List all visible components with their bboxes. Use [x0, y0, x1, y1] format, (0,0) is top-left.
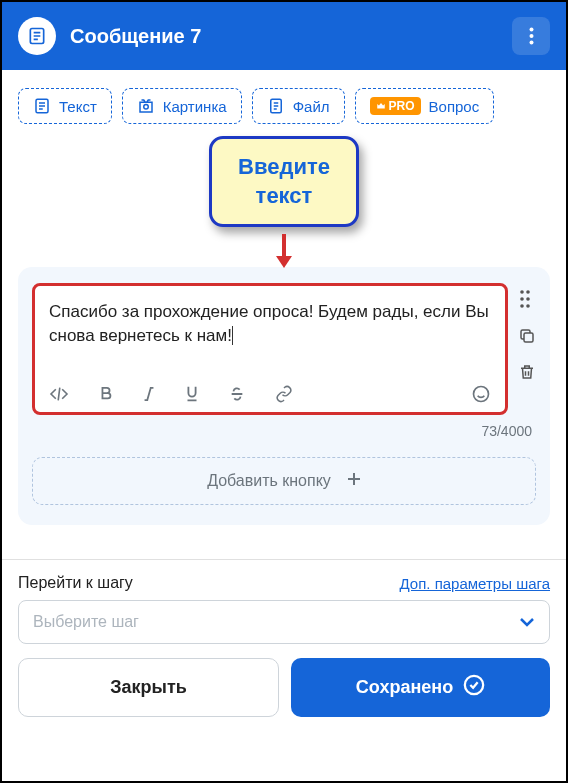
- drag-handle-icon[interactable]: [518, 289, 536, 309]
- underline-icon[interactable]: [185, 385, 199, 403]
- add-question-label: Вопрос: [429, 98, 480, 115]
- delete-icon[interactable]: [518, 363, 536, 381]
- svg-point-7: [474, 387, 489, 402]
- editor-toolbar: [49, 380, 491, 404]
- svg-point-5: [144, 105, 149, 110]
- tooltip-container: Введите текст: [2, 136, 566, 227]
- header-left: Сообщение 7: [18, 17, 201, 55]
- content-type-row: Текст Картинка Файл PRO Вопрос: [2, 70, 566, 124]
- editor-content[interactable]: Спасибо за прохождение опроса! Будем рад…: [49, 300, 491, 360]
- plus-icon: [347, 472, 361, 490]
- step-section: Перейти к шагу Доп. параметры шага Выбер…: [2, 560, 566, 644]
- add-button-label: Добавить кнопку: [207, 472, 331, 490]
- arrow-down-icon: [272, 232, 296, 270]
- svg-point-10: [520, 297, 524, 301]
- svg-rect-14: [524, 333, 533, 342]
- step-header: Перейти к шагу Доп. параметры шага: [18, 574, 550, 592]
- add-file-label: Файл: [293, 98, 330, 115]
- strikethrough-icon[interactable]: [229, 386, 245, 402]
- editor-section: Спасибо за прохождение опроса! Будем рад…: [18, 267, 550, 525]
- text-editor[interactable]: Спасибо за прохождение опроса! Будем рад…: [32, 283, 508, 415]
- add-file-button[interactable]: Файл: [252, 88, 345, 124]
- italic-icon[interactable]: [143, 386, 155, 402]
- link-icon[interactable]: [275, 385, 293, 403]
- message-icon: [18, 17, 56, 55]
- svg-point-11: [526, 297, 530, 301]
- image-icon: [137, 97, 155, 115]
- svg-point-2: [529, 34, 533, 38]
- add-button[interactable]: Добавить кнопку: [32, 457, 536, 505]
- add-text-label: Текст: [59, 98, 97, 115]
- char-count: 73/4000: [32, 423, 536, 439]
- tooltip-box: Введите текст: [209, 136, 359, 227]
- svg-point-8: [520, 290, 524, 294]
- editor-row: Спасибо за прохождение опроса! Будем рад…: [32, 283, 536, 415]
- close-button[interactable]: Закрыть: [18, 658, 279, 717]
- file-icon: [267, 97, 285, 115]
- svg-point-12: [520, 304, 524, 308]
- advanced-params-link[interactable]: Доп. параметры шага: [400, 575, 550, 592]
- app-header: Сообщение 7: [2, 2, 566, 70]
- more-menu-button[interactable]: [512, 17, 550, 55]
- add-image-button[interactable]: Картинка: [122, 88, 242, 124]
- editor-side-actions: [518, 283, 536, 381]
- svg-point-9: [526, 290, 530, 294]
- pro-label: PRO: [389, 99, 415, 113]
- code-icon[interactable]: [49, 386, 69, 402]
- add-image-label: Картинка: [163, 98, 227, 115]
- copy-icon[interactable]: [518, 327, 536, 345]
- svg-point-3: [529, 41, 533, 45]
- page-title: Сообщение 7: [70, 25, 201, 48]
- saved-button[interactable]: Сохранено: [291, 658, 550, 717]
- emoji-icon[interactable]: [471, 384, 491, 404]
- tooltip-line2: текст: [256, 183, 313, 208]
- tooltip-line1: Введите: [238, 154, 330, 179]
- step-label: Перейти к шагу: [18, 574, 133, 592]
- close-button-label: Закрыть: [110, 677, 187, 698]
- check-icon: [463, 674, 485, 701]
- footer-buttons: Закрыть Сохранено: [2, 644, 566, 731]
- step-select[interactable]: Выберите шаг: [18, 600, 550, 644]
- text-icon: [33, 97, 51, 115]
- toolbar-left: [49, 385, 293, 403]
- toolbar-right: [471, 384, 491, 404]
- add-question-button[interactable]: PRO Вопрос: [355, 88, 495, 124]
- tooltip-text: Введите текст: [238, 153, 330, 210]
- svg-point-13: [526, 304, 530, 308]
- pro-badge: PRO: [370, 97, 421, 115]
- bold-icon[interactable]: [99, 386, 113, 402]
- add-text-button[interactable]: Текст: [18, 88, 112, 124]
- step-placeholder: Выберите шаг: [33, 613, 139, 631]
- chevron-down-icon: [519, 613, 535, 631]
- svg-point-1: [529, 28, 533, 32]
- saved-button-label: Сохранено: [356, 677, 453, 698]
